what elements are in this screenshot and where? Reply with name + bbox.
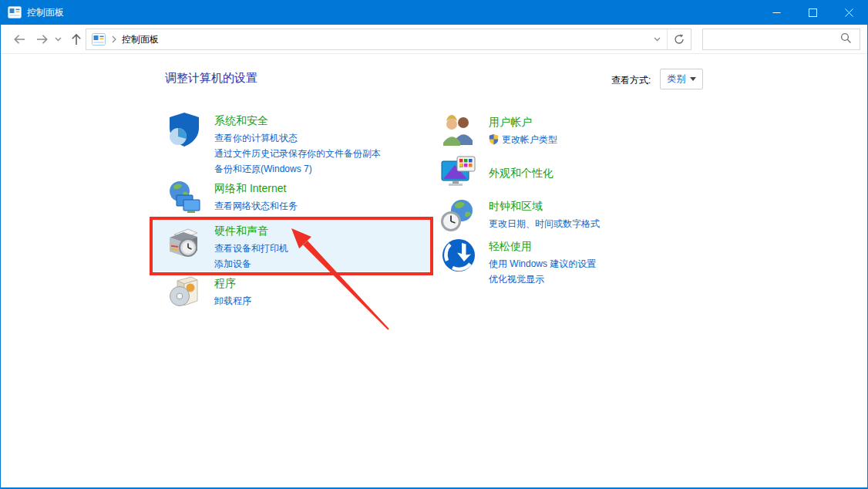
link-windows-suggest-settings[interactable]: 使用 Windows 建议的设置 (489, 256, 596, 271)
address-bar[interactable]: 控制面板 (86, 29, 691, 50)
link-backup-restore-win7[interactable]: 备份和还原(Windows 7) (214, 161, 381, 177)
category-title-programs[interactable]: 程序 (214, 275, 251, 291)
category-clock-region: 时钟和区域 更改日期、时间或数字格式 (441, 197, 600, 233)
control-panel-icon (92, 33, 106, 46)
category-hardware-sound: 硬件和声音 查看设备和打印机 添加设备 (167, 222, 288, 271)
printer-gauge-icon[interactable] (167, 222, 202, 258)
category-title-network-internet[interactable]: 网络和 Internet (214, 180, 298, 196)
category-title-clock-region[interactable]: 时钟和区域 (489, 198, 600, 214)
link-change-account-type[interactable]: 更改帐户类型 (489, 132, 557, 150)
view-by-label: 查看方式: (611, 74, 651, 87)
window-title: 控制面板 (27, 6, 64, 19)
uac-shield-icon (489, 133, 499, 150)
search-box (702, 29, 860, 50)
breadcrumb-chevron-icon[interactable] (112, 35, 116, 43)
link-view-network-status[interactable]: 查看网络状态和任务 (214, 198, 298, 214)
ease-of-access-icon[interactable] (441, 238, 476, 273)
view-by-value: 类别 (668, 73, 686, 86)
category-title-ease-of-access[interactable]: 轻松使用 (489, 238, 596, 254)
search-input[interactable] (703, 30, 840, 49)
back-button[interactable] (8, 29, 30, 50)
link-optimize-visual-display[interactable]: 优化视觉显示 (489, 271, 596, 287)
maximize-button[interactable] (795, 0, 831, 25)
category-title-hardware-sound[interactable]: 硬件和声音 (214, 223, 288, 238)
category-title-user-accounts[interactable]: 用户帐户 (489, 114, 557, 130)
control-panel-icon (8, 6, 22, 19)
link-view-devices-printers[interactable]: 查看设备和打印机 (214, 241, 288, 256)
chevron-down-icon (690, 77, 696, 81)
search-icon[interactable] (840, 32, 852, 47)
title-bar: 控制面板 (1, 0, 867, 25)
category-programs: 程序 卸载程序 (167, 275, 251, 310)
up-button[interactable] (66, 29, 87, 50)
recent-locations-chevron-icon[interactable] (52, 29, 64, 50)
link-file-history-backup[interactable]: 通过文件历史记录保存你的文件备份副本 (214, 146, 381, 161)
close-button[interactable] (831, 0, 867, 25)
link-change-date-time-formats[interactable]: 更改日期、时间或数字格式 (489, 216, 600, 231)
view-by-dropdown[interactable]: 类别 (660, 69, 703, 89)
refresh-icon[interactable] (668, 29, 691, 49)
category-user-accounts: 用户帐户 更改帐户类型 (441, 113, 557, 150)
category-ease-of-access: 轻松使用 使用 Windows 建议的设置 优化视觉显示 (441, 238, 596, 287)
annotation-arrow (1, 0, 868, 489)
minimize-button[interactable] (759, 0, 795, 25)
globe-clock-icon[interactable] (441, 197, 476, 233)
category-title-appearance[interactable]: 外观和个性化 (489, 165, 553, 180)
globe-monitors-icon[interactable] (167, 180, 202, 215)
page-title: 调整计算机的设置 (165, 71, 257, 86)
link-add-device[interactable]: 添加设备 (214, 256, 288, 271)
category-appearance-personalization: 外观和个性化 (441, 154, 553, 190)
two-users-icon[interactable] (441, 113, 476, 149)
link-review-computer-status[interactable]: 查看你的计算机状态 (214, 130, 381, 146)
software-box-cd-icon[interactable] (167, 275, 202, 310)
address-dropdown-chevron-icon[interactable] (647, 29, 667, 49)
category-title-system-security[interactable]: 系统和安全 (214, 113, 381, 128)
monitor-palette-icon[interactable] (441, 154, 476, 190)
category-network-internet: 网络和 Internet 查看网络状态和任务 (167, 180, 298, 215)
forward-button[interactable] (32, 29, 53, 50)
control-panel-window: 控制面板 控制面板 (0, 0, 868, 489)
breadcrumb-control-panel[interactable]: 控制面板 (122, 33, 159, 46)
link-uninstall-program[interactable]: 卸载程序 (214, 293, 251, 309)
shield-pie-icon[interactable] (167, 112, 202, 147)
category-system-security: 系统和安全 查看你的计算机状态 通过文件历史记录保存你的文件备份副本 备份和还原… (167, 112, 381, 177)
